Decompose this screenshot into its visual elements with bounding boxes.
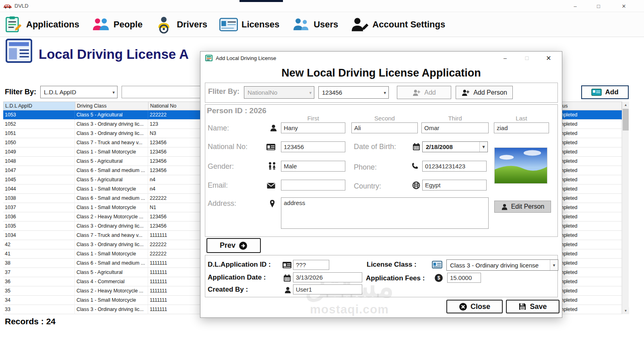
coin-icon: $	[434, 274, 443, 282]
cell-app_id: 34	[3, 296, 75, 305]
filter-mode-value: L.D.L AppID	[44, 89, 76, 95]
top-strip	[239, 0, 283, 2]
envelope-icon	[266, 182, 276, 189]
person-icon	[501, 203, 508, 210]
second-name-field[interactable]: Ali	[351, 122, 418, 133]
column-header[interactable]: L.D.L AppID	[4, 102, 75, 110]
cell-app_id: 1038	[3, 194, 75, 203]
column-header[interactable]: Status	[552, 102, 622, 110]
page-title: Local Driving License A	[39, 47, 189, 62]
cell-driving_class: Class 3 - Ordinary driving lic...	[75, 305, 148, 314]
cell-driving_class: Class 5 - Agricultural	[75, 175, 148, 184]
national-no-field[interactable]: 123456	[281, 141, 345, 152]
toolbar-item-drivers[interactable]: Drivers	[155, 16, 207, 33]
cell-driving_class: Class 3 - Ordinary driving lic...	[75, 240, 148, 249]
cell-driving_class: Class 1 - Small Motorcycle	[75, 147, 148, 157]
dialog-close-icon[interactable]: ✕	[538, 52, 559, 64]
dialog-maximize-button[interactable]: □	[516, 52, 538, 64]
created-by-field[interactable]: User1	[293, 284, 362, 294]
license-card-icon	[432, 261, 442, 269]
cell-app_id: 1047	[3, 166, 75, 175]
date-of-birth-picker[interactable]: 2/18/2008 ▾	[422, 141, 488, 152]
add-button-label: Add	[605, 88, 618, 96]
dialog-filter-mode-value: NationalNo	[248, 89, 277, 96]
chevron-down-icon: ▾	[384, 90, 386, 95]
edit-person-button[interactable]: Edit Person	[494, 201, 551, 213]
country-field[interactable]: Egypt	[422, 180, 487, 191]
toolbar-item-people[interactable]: People	[91, 16, 142, 33]
dialog-title: Add Local Driving License	[216, 55, 276, 61]
dialog-filter-mode-dropdown[interactable]: NationalNo ▾	[244, 86, 314, 99]
cell-driving_class: Class 3 - Ordinary driving lic...	[75, 129, 148, 138]
dialog-minimize-button[interactable]: –	[494, 52, 516, 64]
person-icon	[284, 286, 291, 294]
filter-mode-dropdown[interactable]: L.D.L AppID ▾	[40, 86, 118, 98]
id-card-icon	[282, 261, 292, 269]
people-icon	[91, 16, 110, 33]
close-button[interactable]: ✕	[610, 0, 638, 12]
toolbar-item-label: Licenses	[242, 19, 279, 30]
prev-button-label: Prev	[220, 241, 235, 250]
first-name-field[interactable]: Hany	[281, 122, 345, 133]
toolbar-item-account-settings[interactable]: Account Settings	[350, 16, 445, 33]
close-button-label: Close	[471, 303, 490, 311]
license-class-dropdown[interactable]: Class 3 - Ordinary driving license ▾	[446, 259, 558, 271]
main-toolbar: ApplicationsPeopleDriversLicensesUsersAc…	[0, 12, 644, 37]
toolbar-item-applications[interactable]: Applications	[4, 16, 79, 33]
cell-app_id: 1035	[3, 222, 75, 231]
person-id-label: Person ID : 2026	[207, 106, 266, 115]
address-field[interactable]: address	[281, 197, 489, 229]
license-class-label: License Class :	[367, 261, 417, 269]
toolbar-item-licenses[interactable]: Licenses	[219, 16, 279, 33]
cell-driving_class: Class 4 - Commercial	[75, 277, 148, 286]
phone-field[interactable]: 012341231423	[422, 161, 487, 172]
users-icon	[291, 16, 310, 33]
vertical-scrollbar[interactable]: ▲ ▼	[622, 102, 629, 314]
scrollbar-thumb[interactable]	[623, 109, 629, 131]
application-date-label: Application Date :	[208, 274, 266, 282]
application-date-field[interactable]: 3/13/2026	[293, 272, 362, 282]
third-name-field[interactable]: Omar	[421, 122, 489, 133]
cell-app_id: 33	[3, 305, 75, 314]
minimize-button[interactable]: –	[564, 0, 587, 12]
add-person-button[interactable]: Add Person	[456, 86, 513, 99]
cell-app_id: 1037	[3, 203, 75, 212]
car-icon	[3, 3, 12, 9]
national-no-label: National No:	[208, 143, 248, 151]
scroll-up-icon[interactable]: ▲	[622, 102, 629, 108]
dialog-add-button[interactable]: Add	[397, 86, 451, 99]
chevron-down-icon: ▾	[112, 89, 115, 95]
application-id-field[interactable]: ???	[293, 260, 329, 270]
created-by-label: Created By :	[208, 286, 248, 294]
filter-input[interactable]	[122, 86, 200, 98]
save-button[interactable]: Save	[506, 300, 559, 313]
country-label: Country:	[354, 182, 381, 191]
last-name-field[interactable]: ziad	[494, 122, 549, 133]
cell-driving_class: Class 7 - Truck and heavy v...	[75, 231, 148, 240]
cell-driving_class: Class 1 - Small Motorcycle	[75, 296, 148, 305]
chevron-down-icon: ▾	[550, 260, 558, 270]
cell-driving_class: Class 1 - Small Motorcycle	[75, 249, 148, 259]
application-fees-field[interactable]: 15.0000	[447, 273, 481, 283]
globe-icon	[412, 181, 420, 189]
form-icon	[6, 39, 32, 63]
toolbar-item-label: Users	[314, 19, 338, 30]
column-header[interactable]: Driving Class	[75, 102, 149, 110]
dialog-close-button[interactable]: Close	[446, 300, 503, 313]
email-field[interactable]	[281, 180, 345, 191]
maximize-button[interactable]: □	[587, 0, 610, 12]
cell-driving_class: Class 2 - Heavy Motorcycle ...	[75, 286, 148, 296]
dialog-filter-value-combo[interactable]: 123456 ▾	[318, 86, 389, 99]
cell-driving_class: Class 5 - Agricultural	[75, 110, 148, 120]
gender-field[interactable]: Male	[281, 161, 345, 172]
person-icon	[270, 124, 277, 132]
date-of-birth-value: 2/18/2008	[426, 143, 453, 150]
licenses-icon	[219, 16, 238, 33]
calendar-icon	[283, 274, 291, 282]
add-application-button[interactable]: Add	[581, 85, 629, 99]
prev-button[interactable]: Prev	[206, 238, 261, 253]
cell-app_id: 1034	[3, 231, 75, 240]
dialog-titlebar: Add Local Driving License – □ ✕	[200, 52, 562, 64]
scroll-down-icon[interactable]: ▼	[622, 307, 629, 314]
toolbar-item-users[interactable]: Users	[291, 16, 338, 33]
